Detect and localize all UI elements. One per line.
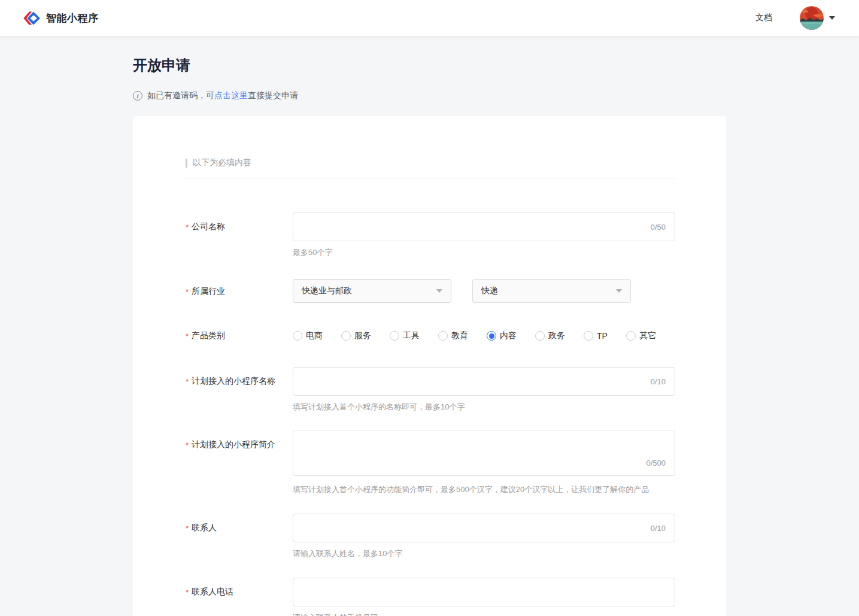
radio-dot xyxy=(489,333,494,339)
radio-option-label: 服务 xyxy=(354,330,371,341)
invite-code-link[interactable]: 点击这里 xyxy=(214,90,248,101)
app-intro-helper: 填写计划接入首个小程序的功能简介即可，最多500个汉字，建议20个汉字以上，让我… xyxy=(293,484,675,495)
chevron-down-icon xyxy=(829,16,835,20)
product-category-row: * 产品类别 电商服务工具教育内容政务TP其它 xyxy=(186,329,675,341)
radio-option[interactable]: 教育 xyxy=(438,330,468,341)
radio-option-label: TP xyxy=(597,331,608,341)
account-menu[interactable] xyxy=(800,6,835,30)
phone-row: * 联系人电话 请输入联系人的手机号码 xyxy=(186,578,675,616)
app-name-label: * 计划接入的小程序名称 xyxy=(186,367,293,387)
radio-unselected-icon[interactable] xyxy=(535,331,545,341)
radio-option-label: 教育 xyxy=(451,330,468,341)
radio-unselected-icon[interactable] xyxy=(584,331,593,341)
radio-option[interactable]: TP xyxy=(584,331,608,341)
radio-unselected-icon[interactable] xyxy=(626,331,636,341)
contact-row: * 联系人 0/10 请输入联系人姓名，最多10个字 xyxy=(186,514,675,559)
doc-link[interactable]: 文档 xyxy=(755,13,772,23)
app-intro-textarea[interactable] xyxy=(293,430,675,476)
invite-code-notice: i 如已有邀请码，可 点击这里 直接提交申请 xyxy=(133,90,726,101)
category-options: 电商服务工具教育内容政务TP其它 xyxy=(293,329,675,341)
app-name-input[interactable] xyxy=(293,367,675,396)
info-icon: i xyxy=(133,91,142,101)
brand-name: 智能小程序 xyxy=(46,11,99,25)
brand[interactable]: 智能小程序 xyxy=(22,10,99,26)
product-category-label: * 产品类别 xyxy=(186,329,293,341)
top-nav: 智能小程序 文档 xyxy=(0,0,859,36)
open-application-form: * 公司名称 0/50 最多50个字 * 所属行业 xyxy=(186,213,675,616)
industry-secondary-select[interactable]: 快递 xyxy=(472,279,631,303)
contact-helper: 请输入联系人姓名，最多10个字 xyxy=(293,548,675,559)
required-asterisk: * xyxy=(186,287,189,296)
industry-primary-select[interactable]: 快递业与邮政 xyxy=(293,279,451,303)
company-name-label: * 公司名称 xyxy=(186,213,293,232)
brand-logo-icon xyxy=(22,10,40,26)
radio-unselected-icon[interactable] xyxy=(293,331,302,341)
required-asterisk: * xyxy=(186,524,189,533)
section-bar xyxy=(186,159,187,168)
radio-option[interactable]: 其它 xyxy=(626,330,656,341)
radio-option[interactable]: 电商 xyxy=(293,330,323,341)
section-header: 以下为必填内容 xyxy=(186,157,675,168)
industry-row: * 所属行业 快递业与邮政 快递 xyxy=(186,279,675,303)
radio-option-label: 其它 xyxy=(639,330,656,341)
required-asterisk: * xyxy=(186,588,189,597)
company-name-helper: 最多50个字 xyxy=(293,247,675,258)
industry-secondary-value: 快递 xyxy=(481,286,498,296)
app-name-row: * 计划接入的小程序名称 0/10 填写计划接入首个小程序的名称即可，最多10个… xyxy=(186,367,675,412)
radio-selected-icon[interactable] xyxy=(487,331,496,341)
industry-label: * 所属行业 xyxy=(186,279,293,297)
app-intro-row: * 计划接入的小程序简介 0/500 填写计划接入首个小程序的功能简介即可，最多… xyxy=(186,430,675,495)
contact-label: * 联系人 xyxy=(186,514,293,533)
app-intro-label: * 计划接入的小程序简介 xyxy=(186,430,293,450)
application-form-card: 以下为必填内容 * 公司名称 0/50 最多50个字 xyxy=(133,116,726,616)
radio-option[interactable]: 服务 xyxy=(341,330,371,341)
phone-helper: 请输入联系人的手机号码 xyxy=(293,612,675,616)
section-title: 以下为必填内容 xyxy=(193,157,251,168)
radio-unselected-icon[interactable] xyxy=(390,331,399,341)
required-asterisk: * xyxy=(186,441,189,450)
notice-text-prefix: 如已有邀请码，可 xyxy=(147,90,214,101)
user-avatar[interactable] xyxy=(800,6,824,30)
nav-right: 文档 xyxy=(755,6,835,30)
section-divider xyxy=(186,178,675,178)
radio-option[interactable]: 内容 xyxy=(487,330,517,341)
app-name-helper: 填写计划接入首个小程序的名称即可，最多10个字 xyxy=(293,402,675,412)
radio-option[interactable]: 工具 xyxy=(390,330,420,341)
company-name-row: * 公司名称 0/50 最多50个字 xyxy=(186,213,675,258)
required-asterisk: * xyxy=(186,223,189,232)
chevron-down-icon xyxy=(616,289,622,293)
chevron-down-icon xyxy=(436,289,442,293)
notice-text-suffix: 直接提交申请 xyxy=(248,90,298,101)
page-title: 开放申请 xyxy=(133,56,726,75)
industry-primary-value: 快递业与邮政 xyxy=(302,286,352,296)
radio-option-label: 政务 xyxy=(548,330,565,341)
radio-unselected-icon[interactable] xyxy=(438,331,448,341)
phone-label: * 联系人电话 xyxy=(186,578,293,597)
radio-option-label: 内容 xyxy=(500,330,517,341)
phone-input[interactable] xyxy=(293,578,675,606)
radio-unselected-icon[interactable] xyxy=(341,331,351,341)
company-name-input[interactable] xyxy=(293,213,675,241)
radio-option[interactable]: 政务 xyxy=(535,330,565,341)
radio-option-label: 电商 xyxy=(306,330,323,341)
radio-option-label: 工具 xyxy=(403,330,420,341)
main-content: 开放申请 i 如已有邀请码，可 点击这里 直接提交申请 以下为必填内容 * 公司… xyxy=(133,56,726,616)
contact-name-input[interactable] xyxy=(293,514,675,542)
required-asterisk: * xyxy=(186,377,189,386)
required-asterisk: * xyxy=(186,332,189,341)
